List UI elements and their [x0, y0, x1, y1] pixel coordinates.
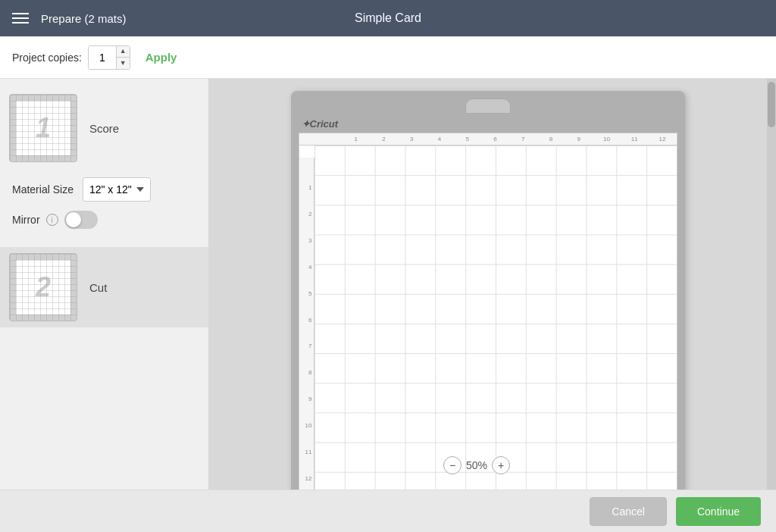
cricut-mat: ✦Cricut 1 2 3 4 5 6 7 8 9 10 11 — [291, 91, 685, 490]
zoom-in-button[interactable]: + — [492, 456, 510, 474]
project-copies-label: Project copies: — [12, 52, 82, 64]
cutting-grid — [314, 146, 677, 490]
mat-thumbnail-1: 1 — [9, 94, 77, 162]
canvas-area: ✦Cricut 1 2 3 4 5 6 7 8 9 10 11 — [208, 79, 767, 490]
copies-down-button[interactable]: ▼ — [117, 58, 130, 69]
main-content: 1 Score Material Size 12" x 12" 12" x 24… — [0, 79, 776, 490]
menu-icon[interactable] — [12, 13, 29, 23]
apply-button[interactable]: Apply — [139, 48, 183, 67]
copies-input-wrapper: ▲ ▼ — [88, 45, 130, 70]
ruler-left: 1 2 3 4 5 6 7 8 9 10 11 12 — [299, 158, 314, 490]
header-title: Prepare (2 mats) — [41, 12, 127, 25]
mat-grid-container: 1 2 3 4 5 6 7 8 9 10 11 12 — [299, 133, 677, 490]
mat-1-label: Score — [89, 122, 119, 135]
zoom-out-button[interactable]: − — [443, 456, 462, 474]
info-icon[interactable]: i — [46, 214, 58, 226]
cricut-logo: ✦Cricut — [302, 118, 339, 130]
mat-card-1[interactable]: 1 Score — [0, 88, 208, 168]
material-size-row: Material Size 12" x 12" 12" x 24" Custom — [12, 177, 196, 202]
ruler-top: 1 2 3 4 5 6 7 8 9 10 11 12 — [299, 133, 677, 146]
zoom-controls: − 50% + — [443, 456, 510, 474]
scrollbar[interactable] — [767, 79, 776, 490]
continue-button[interactable]: Continue — [676, 497, 761, 526]
mat-thumbnail-2: 2 — [9, 253, 77, 321]
handle-shape — [465, 99, 511, 114]
copies-up-button[interactable]: ▲ — [117, 46, 130, 58]
footer: Cancel Continue — [0, 490, 776, 532]
mirror-row: Mirror i — [12, 211, 196, 229]
header-center-title: Simple Card — [355, 11, 421, 25]
scrollbar-thumb[interactable] — [768, 82, 775, 127]
copies-spinners: ▲ ▼ — [116, 46, 130, 69]
cancel-button[interactable]: Cancel — [590, 497, 667, 526]
mat-card-2[interactable]: 2 Cut — [0, 247, 208, 327]
app-header: Prepare (2 mats) Simple Card — [0, 0, 776, 36]
mat-2-label: Cut — [89, 281, 107, 294]
mirror-label: Mirror — [12, 214, 40, 226]
mat-handle — [299, 99, 677, 114]
topbar: Project copies: ▲ ▼ Apply — [0, 36, 776, 79]
copies-input[interactable] — [89, 46, 116, 69]
material-size-label: Material Size — [12, 183, 74, 196]
material-section: Material Size 12" x 12" 12" x 24" Custom… — [0, 168, 208, 238]
material-size-select[interactable]: 12" x 12" 12" x 24" Custom — [83, 177, 151, 202]
zoom-label: 50% — [466, 459, 487, 471]
grid-with-ruler: 1 2 3 4 5 6 7 8 9 10 11 12 — [299, 146, 677, 490]
cricut-logo-row: ✦Cricut — [299, 117, 677, 133]
sidebar: 1 Score Material Size 12" x 12" 12" x 24… — [0, 79, 208, 490]
mirror-toggle[interactable] — [64, 211, 98, 229]
